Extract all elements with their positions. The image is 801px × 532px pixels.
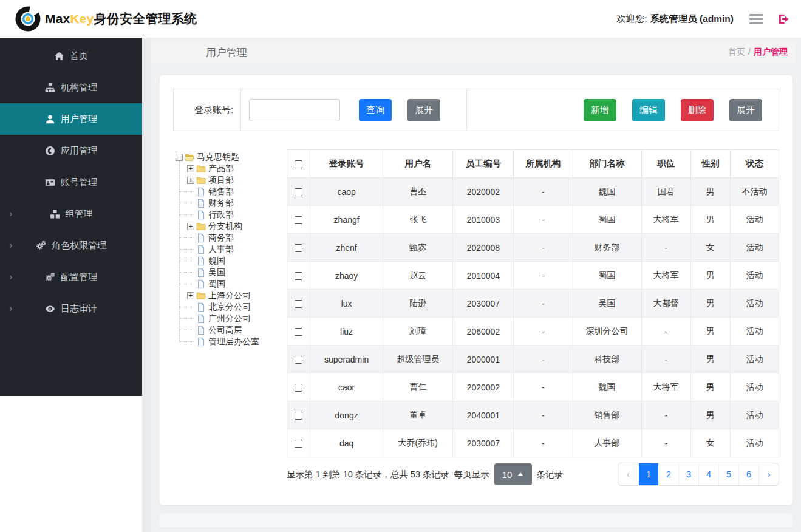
pagination-next[interactable]: › — [758, 463, 779, 485]
expand-plus-icon[interactable]: + — [187, 165, 194, 172]
sidebar-item-日志审计[interactable]: ›日志审计 — [0, 293, 142, 324]
row-checkbox[interactable] — [295, 216, 302, 224]
records-summary-text: 显示第 1 到第 10 条记录，总共 53 条记录 — [287, 469, 449, 480]
cell: superadmin — [310, 346, 383, 373]
sidebar-item-机构管理[interactable]: 机构管理 — [0, 72, 142, 103]
row-checkbox-cell — [287, 318, 310, 346]
tree-node-label[interactable]: 北京分公司 — [208, 302, 251, 313]
tree-node-label[interactable]: 公司高层 — [208, 325, 242, 336]
cell: 2000001 — [453, 346, 514, 373]
table-row[interactable]: superadmin超级管理员2000001-科技部-男活动 — [287, 346, 779, 373]
row-checkbox[interactable] — [295, 244, 302, 252]
tree-node-label[interactable]: 管理层办公室 — [208, 336, 259, 347]
delete-button[interactable]: 删除 — [681, 99, 714, 121]
page-size-dropdown[interactable]: 10 — [494, 463, 532, 485]
tree-node-label[interactable]: 行政部 — [208, 210, 234, 220]
table-row[interactable]: caor曹仁2020002-魏国大将军男活动 — [287, 373, 779, 401]
table-row[interactable]: liuz刘璋2060002-深圳分公司-男活动 — [287, 318, 779, 346]
row-checkbox[interactable] — [295, 188, 302, 196]
pagination-page-2[interactable]: 2 — [658, 463, 678, 485]
tree-node-公司高层[interactable]: 公司高层 — [173, 324, 287, 336]
row-checkbox[interactable] — [295, 356, 302, 364]
collapse-minus-icon[interactable]: − — [176, 154, 183, 161]
tree-node-分支机构[interactable]: +分支机构 — [173, 220, 287, 232]
tree-node-销售部[interactable]: 销售部 — [173, 186, 287, 197]
home-icon — [54, 51, 64, 61]
table-row[interactable]: lux陆逊2030007-吴国大都督男活动 — [287, 290, 779, 318]
tree-node-label[interactable]: 项目部 — [208, 175, 234, 186]
tree-node-label[interactable]: 销售部 — [208, 186, 234, 197]
tree-node-管理层办公室[interactable]: 管理层办公室 — [173, 336, 287, 347]
breadcrumb-home[interactable]: 首页 — [728, 47, 745, 56]
row-checkbox[interactable] — [295, 300, 302, 308]
sidebar-item-label: 账号管理 — [61, 177, 97, 188]
table-row[interactable]: zhaoy赵云2010004-蜀国大将军男活动 — [287, 262, 779, 290]
query-button[interactable]: 查询 — [359, 99, 392, 121]
tree-node-label[interactable]: 吴国 — [208, 267, 225, 278]
tree-node-label[interactable]: 魏国 — [208, 256, 225, 267]
row-checkbox[interactable] — [295, 384, 302, 392]
table-row[interactable]: daq大乔(乔玮)2030007-人事部-女活动 — [287, 429, 779, 457]
tree-node-产品部[interactable]: +产品部 — [173, 163, 287, 174]
pagination-prev[interactable]: ‹ — [618, 463, 638, 485]
tree-node-label[interactable]: 上海分公司 — [208, 290, 251, 301]
tree-node-广州分公司[interactable]: 广州分公司 — [173, 313, 287, 324]
tree-node-蜀国[interactable]: 蜀国 — [173, 278, 287, 290]
logout-icon[interactable] — [777, 13, 790, 26]
tree-node-label[interactable]: 产品部 — [208, 163, 234, 174]
pagination-page-5[interactable]: 5 — [718, 463, 738, 485]
pagination-page-6[interactable]: 6 — [738, 463, 758, 485]
sidebar-item-首页[interactable]: 首页 — [0, 40, 142, 72]
sidebar-item-配置管理[interactable]: ›配置管理 — [0, 261, 142, 293]
column-header: 性别 — [690, 150, 730, 178]
tree-node-商务部[interactable]: 商务部 — [173, 232, 287, 244]
pagination-page-4[interactable]: 4 — [698, 463, 718, 485]
search-input[interactable] — [249, 99, 340, 121]
chevron-right-icon: › — [9, 272, 12, 282]
table-row[interactable]: dongz董卓2040001-销售部-男活动 — [287, 401, 779, 429]
content-area: 用户管理 首页/用户管理 登录账号: 查询 展开 新增 编 — [151, 38, 801, 532]
tree-node-项目部[interactable]: +项目部 — [173, 174, 287, 186]
sidebar-item-账号管理[interactable]: 账号管理 — [0, 166, 142, 198]
tree-node-label[interactable]: 分支机构 — [208, 221, 242, 232]
file-icon — [196, 268, 206, 278]
tree-node-label[interactable]: 人事部 — [208, 244, 234, 255]
sidebar-item-用户管理[interactable]: 用户管理 — [0, 103, 142, 135]
select-all-checkbox[interactable] — [295, 160, 302, 168]
row-checkbox[interactable] — [295, 440, 302, 448]
tree-node-行政部[interactable]: 行政部 — [173, 209, 287, 220]
tree-node-label[interactable]: 财务部 — [208, 198, 234, 209]
tree-node-label[interactable]: 蜀国 — [208, 279, 225, 290]
add-button[interactable]: 新增 — [584, 99, 616, 121]
expand-plus-icon[interactable]: + — [187, 177, 194, 184]
table-row[interactable]: zhangf张飞2010003-蜀国大将军男活动 — [287, 206, 779, 234]
table-row[interactable]: zhenf甄宓2020008-财务部-女活动 — [287, 234, 779, 262]
edit-button[interactable]: 编辑 — [632, 99, 665, 121]
expand-plus-icon[interactable]: + — [187, 223, 194, 230]
row-checkbox[interactable] — [295, 328, 302, 336]
table-row[interactable]: caop曹丕2020002-魏国国君男不活动 — [287, 178, 779, 206]
tree-node-北京分公司[interactable]: 北京分公司 — [173, 301, 287, 313]
expand-search-button[interactable]: 展开 — [407, 99, 440, 121]
tree-node-人事部[interactable]: 人事部 — [173, 244, 287, 255]
menu-toggle-icon[interactable] — [749, 14, 763, 24]
pagination-page-1[interactable]: 1 — [638, 463, 658, 485]
cell: 魏国 — [573, 373, 641, 401]
tree-node-label[interactable]: 广州分公司 — [208, 313, 251, 324]
tree-node-上海分公司[interactable]: +上海分公司 — [173, 290, 287, 301]
row-checkbox[interactable] — [295, 412, 302, 420]
tree-node-label[interactable]: 商务部 — [208, 233, 234, 244]
tree-node-吴国[interactable]: 吴国 — [173, 267, 287, 278]
cell: 活动 — [730, 206, 779, 234]
sidebar-item-角色权限管理[interactable]: ›角色权限管理 — [0, 230, 142, 261]
tree-root-label[interactable]: 马克思钥匙 — [197, 152, 239, 163]
expand-plus-icon[interactable]: + — [187, 292, 194, 299]
sidebar-item-应用管理[interactable]: 应用管理 — [0, 135, 142, 166]
tree-node-财务部[interactable]: 财务部 — [173, 197, 287, 209]
expand-actions-button[interactable]: 展开 — [729, 99, 762, 121]
tree-node-魏国[interactable]: 魏国 — [173, 255, 287, 267]
tree-root[interactable]: − 马克思钥匙 — [176, 151, 287, 163]
row-checkbox[interactable] — [295, 272, 302, 280]
sidebar-item-组管理[interactable]: ›组管理 — [0, 198, 142, 230]
pagination-page-3[interactable]: 3 — [678, 463, 698, 485]
